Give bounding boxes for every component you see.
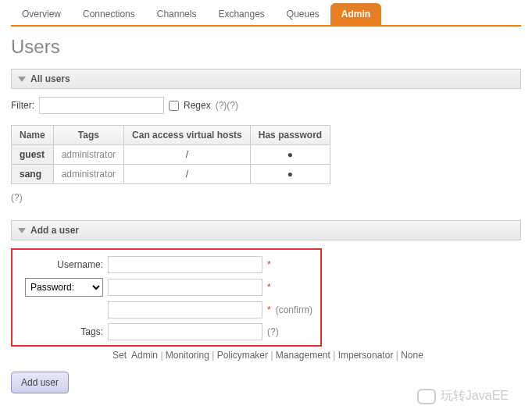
user-haspw: ● [250,145,330,165]
wechat-icon [417,389,436,397]
preset-admin[interactable]: Admin [131,350,158,361]
username-input[interactable] [108,256,262,273]
section-add-user[interactable]: Add a user [11,220,521,240]
section-label: All users [30,73,70,84]
collapse-icon [18,77,26,82]
preset-policymaker[interactable]: Policymaker [217,350,268,361]
user-vhosts: / [124,145,251,165]
tab-exchanges[interactable]: Exchanges [207,3,275,25]
col-vhosts[interactable]: Can access virtual hosts [124,126,251,145]
user-name[interactable]: guest [12,145,54,165]
tab-channels[interactable]: Channels [146,3,208,25]
tab-queues[interactable]: Queues [276,3,330,25]
filter-row: Filter: Regex (?)(?) [11,97,521,114]
col-name[interactable]: Name [12,126,54,145]
tags-hint[interactable]: (?) [267,326,279,337]
password-input[interactable] [108,279,262,296]
section-all-users[interactable]: All users [11,69,521,89]
regex-checkbox[interactable] [169,101,179,111]
filter-hints[interactable]: (?)(?) [216,100,238,111]
required-mark: * [267,282,271,293]
table-header-row: Name Tags Can access virtual hosts Has p… [12,126,330,145]
preset-impersonator[interactable]: Impersonator [338,350,394,361]
table-hint[interactable]: (?) [11,192,521,203]
user-tags: administrator [53,165,123,184]
user-haspw: ● [250,165,330,184]
watermark: 玩转JavaEE [417,388,509,397]
tags-label: Tags: [20,326,103,337]
user-name[interactable]: sang [12,165,54,184]
tags-input[interactable] [108,323,262,340]
table-row: sang administrator / ● [12,165,330,184]
col-tags[interactable]: Tags [53,126,123,145]
tab-overview[interactable]: Overview [11,3,72,25]
filter-input[interactable] [39,97,164,114]
collapse-icon [18,228,26,233]
required-mark: * [267,259,271,270]
tab-admin[interactable]: Admin [330,3,381,25]
preset-monitoring[interactable]: Monitoring [166,350,209,361]
col-haspw[interactable]: Has password [250,126,330,145]
watermark-text: 玩转JavaEE [441,388,509,397]
filter-label: Filter: [11,100,34,111]
tab-connections[interactable]: Connections [72,3,146,25]
table-row: guest administrator / ● [12,145,330,165]
password-type-select[interactable]: Password: [25,278,103,297]
add-user-form: Username: * Password: * * (confirm) Tags… [11,248,322,347]
tab-bar: Overview Connections Channels Exchanges … [11,3,521,27]
page-title: Users [11,36,521,58]
users-table: Name Tags Can access virtual hosts Has p… [11,125,330,184]
set-prefix: Set [112,350,127,361]
password-confirm-input[interactable] [108,301,262,319]
confirm-label: (confirm) [276,304,312,315]
username-label: Username: [20,259,103,270]
tag-presets: Set Admin | Monitoring | Policymaker | M… [112,350,521,361]
section-label: Add a user [30,225,79,236]
required-mark: * [267,304,271,315]
add-user-button[interactable]: Add user [11,372,69,393]
regex-label: Regex [184,100,211,111]
user-vhosts: / [124,165,251,184]
preset-management[interactable]: Management [276,350,330,361]
preset-none[interactable]: None [401,350,423,361]
user-tags: administrator [53,145,123,165]
